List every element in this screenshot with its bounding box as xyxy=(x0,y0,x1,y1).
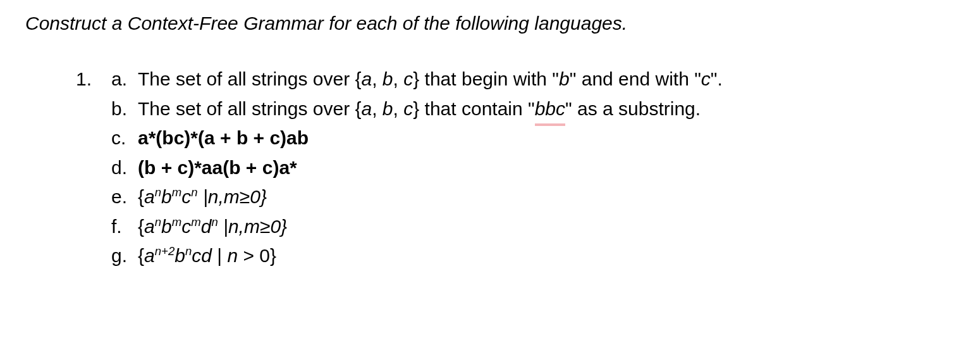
item-e-exp-b: m xyxy=(172,185,182,199)
item-e-a: a xyxy=(144,186,155,207)
item-g: g. {an+2bncd | n > 0} xyxy=(111,241,723,271)
problem-number: 1. xyxy=(76,65,111,271)
item-a-sep2: , xyxy=(393,68,404,89)
item-a-quote-c: c xyxy=(701,68,711,89)
item-f-text: {anbmcmdn |n,m≥0} xyxy=(138,212,287,242)
item-a-sep1: , xyxy=(372,68,383,89)
item-f-a: a xyxy=(144,216,155,237)
item-a-text: The set of all strings over {a, b, c} th… xyxy=(138,65,723,94)
item-c: c. a*(bc)*(a + b + c)ab xyxy=(111,123,723,153)
item-e-b: b xyxy=(161,186,172,207)
item-b-alpha-a: a xyxy=(362,98,372,119)
item-b-quote-bbc: bbc xyxy=(535,94,565,124)
item-a-mid: } that begin with " xyxy=(413,68,559,89)
item-b-text: The set of all strings over {a, b, c} th… xyxy=(138,94,701,124)
item-f-c: c xyxy=(181,216,191,237)
item-f-cond: |n,m≥0} xyxy=(218,216,287,237)
item-g-exp-b: n xyxy=(185,244,192,258)
item-a-suffix: ". xyxy=(711,68,723,89)
item-e-c: c xyxy=(181,186,191,207)
problem-1: 1. a. The set of all strings over {a, b,… xyxy=(76,65,955,271)
item-f-exp-d: n xyxy=(211,215,217,229)
problem-list: 1. a. The set of all strings over {a, b,… xyxy=(25,65,955,271)
item-e-cond: |n,m≥0} xyxy=(198,186,267,207)
instruction-text: Construct a Context-Free Grammar for eac… xyxy=(25,13,955,34)
item-g-cond-post: > 0} xyxy=(238,245,276,266)
item-a-label: a. xyxy=(111,65,138,94)
item-f-exp-a: n xyxy=(155,215,161,229)
item-e: e. {anbmcn |n,m≥0} xyxy=(111,182,723,212)
item-a-mid2: " and end with " xyxy=(570,68,701,89)
item-e-exp-c: n xyxy=(191,185,197,199)
item-b-label: b. xyxy=(111,94,138,124)
item-f-label: f. xyxy=(111,212,138,242)
item-b: b. The set of all strings over {a, b, c}… xyxy=(111,94,723,124)
item-c-text: a*(bc)*(a + b + c)ab xyxy=(138,123,309,153)
item-b-suffix: " as a substring. xyxy=(565,98,701,119)
item-g-exp-a: n+2 xyxy=(155,244,175,258)
item-d: d. (b + c)*aa(b + c)a* xyxy=(111,153,723,183)
item-f-d: d xyxy=(201,216,212,237)
item-b-sep2: , xyxy=(393,98,404,119)
subitem-list: a. The set of all strings over {a, b, c}… xyxy=(111,65,723,271)
item-a-quote-b: b xyxy=(559,68,570,89)
item-b-prefix: The set of all strings over { xyxy=(138,98,362,119)
item-f-exp-c: m xyxy=(191,215,201,229)
item-d-label: d. xyxy=(111,153,138,183)
item-g-text: {an+2bncd | n > 0} xyxy=(138,241,276,271)
item-g-label: g. xyxy=(111,241,138,271)
item-a-alpha-b: b xyxy=(383,68,393,89)
item-e-exp-a: n xyxy=(155,185,161,199)
item-e-open: { xyxy=(138,186,144,207)
item-b-alpha-b: b xyxy=(383,98,393,119)
item-a-prefix: The set of all strings over { xyxy=(138,68,362,89)
item-g-open: { xyxy=(138,245,144,266)
item-c-label: c. xyxy=(111,123,138,153)
item-d-text: (b + c)*aa(b + c)a* xyxy=(138,153,297,183)
item-g-cond-var: n xyxy=(227,245,238,266)
item-g-a: a xyxy=(144,245,155,266)
item-g-b: b xyxy=(175,245,185,266)
item-g-cond-pre: | xyxy=(212,245,227,266)
item-b-sep1: , xyxy=(372,98,383,119)
item-f: f. {anbmcmdn |n,m≥0} xyxy=(111,212,723,242)
item-e-label: e. xyxy=(111,182,138,212)
item-a-alpha-a: a xyxy=(362,68,372,89)
item-b-mid: } that contain " xyxy=(413,98,534,119)
item-f-exp-b: m xyxy=(172,215,182,229)
item-g-cd: cd xyxy=(192,245,212,266)
item-b-alpha-c: c xyxy=(403,98,413,119)
item-a: a. The set of all strings over {a, b, c}… xyxy=(111,65,723,94)
item-a-alpha-c: c xyxy=(403,68,413,89)
item-f-b: b xyxy=(161,216,172,237)
item-e-text: {anbmcn |n,m≥0} xyxy=(138,182,267,212)
item-f-open: { xyxy=(138,216,144,237)
